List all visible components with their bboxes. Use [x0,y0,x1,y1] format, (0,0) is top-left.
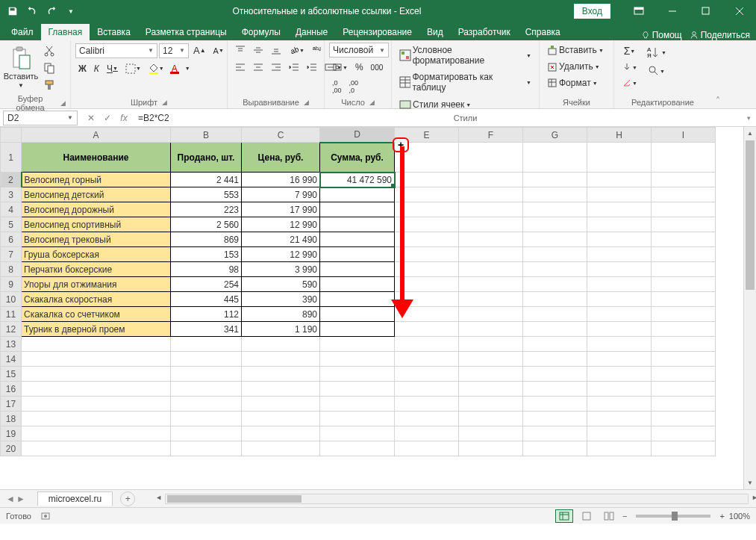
tab-view[interactable]: Вид [419,24,451,40]
launcher-icon[interactable]: ◢ [162,99,167,106]
cell-name[interactable]: Велосипед горный [22,173,171,187]
col-header-I[interactable]: I [652,128,716,143]
cell-qty[interactable]: 445 [171,292,242,307]
share-button[interactable]: Поделиться [690,30,750,40]
cell-qty[interactable]: 223 [171,202,242,217]
sheet-tab[interactable]: microexcel.ru [37,491,113,506]
close-icon[interactable] [722,0,756,22]
col-header-B[interactable]: B [171,128,242,143]
cell-sum[interactable] [320,232,395,247]
copy-icon[interactable] [40,60,58,76]
sort-filter-icon[interactable]: АЯ▼ [643,43,669,62]
sheet-prev-icon[interactable]: ◄ [6,494,15,504]
cell-price[interactable]: 16 990 [242,173,320,187]
tab-file[interactable]: Файл [4,24,41,40]
cell-price[interactable]: 590 [242,277,320,292]
tab-insert[interactable]: Вставка [90,24,138,40]
cell-name[interactable]: Велосипед детский [22,187,171,202]
delete-cells-button[interactable]: Удалить ▼ [544,59,603,74]
macro-record-icon[interactable] [40,511,51,521]
tab-data[interactable]: Данные [288,24,335,40]
zoom-level[interactable]: 100% [729,512,750,521]
col-header-G[interactable]: G [523,128,587,143]
cell-qty[interactable]: 341 [171,322,242,337]
tab-home[interactable]: Главная [41,24,90,40]
conditional-format-button[interactable]: Условное форматирование ▼ [396,43,534,68]
row-header-4[interactable]: 4 [1,202,22,217]
decrease-indent-icon[interactable] [286,60,302,75]
increase-indent-icon[interactable] [304,60,320,75]
row-header-12[interactable]: 12 [1,322,22,337]
cell-price[interactable]: 17 990 [242,202,320,217]
cell-price[interactable]: 7 990 [242,187,320,202]
row-header-15[interactable]: 15 [1,367,22,382]
row-header-1[interactable]: 1 [1,143,22,173]
border-icon[interactable]: ▼ [122,61,144,76]
collapse-ribbon-icon[interactable]: ˄ [711,40,725,108]
shrink-font-icon[interactable]: A▼ [210,44,227,58]
tab-developer[interactable]: Разработчик [451,24,518,40]
format-cells-button[interactable]: Формат ▼ [544,75,601,90]
accept-formula-icon[interactable]: ✓ [100,111,115,125]
cell-name[interactable]: Груша боксерская [22,247,171,262]
row-header-7[interactable]: 7 [1,247,22,262]
cell-name[interactable]: Упоры для отжимания [22,277,171,292]
bold-icon[interactable]: Ж [75,61,90,76]
row-header-3[interactable]: 3 [1,187,22,202]
cell-name[interactable]: Велосипед спортивный [22,217,171,232]
qat-customize-icon[interactable]: ▼ [62,2,80,20]
cell-price[interactable]: 21 490 [242,232,320,247]
add-sheet-icon[interactable]: + [120,491,135,506]
font-size-combo[interactable]: 12▼ [159,43,189,58]
cell-name[interactable]: Скакалка со счетчиком [22,307,171,322]
cell-sum[interactable] [320,292,395,307]
cell-qty[interactable]: 553 [171,187,242,202]
fill-icon[interactable]: ▼ [619,60,640,75]
tab-review[interactable]: Рецензирование [335,24,419,40]
align-left-icon[interactable] [232,60,249,75]
ribbon-display-icon[interactable] [622,0,655,22]
launcher-icon[interactable]: ◢ [369,99,375,106]
expand-formula-bar-icon[interactable]: ▾ [741,114,756,122]
italic-icon[interactable]: К [91,61,102,76]
formula-input[interactable]: =B2*C2 [134,113,741,123]
row-header-8[interactable]: 8 [1,262,22,277]
cell-sum[interactable] [320,322,395,337]
minimize-icon[interactable] [655,0,689,22]
select-all-corner[interactable] [1,128,22,143]
row-header-2[interactable]: 2 [1,173,22,187]
tab-help[interactable]: Справка [518,24,568,40]
cell-sum[interactable]: 41 472 590 [320,173,395,187]
cell-qty[interactable]: 254 [171,277,242,292]
align-middle-icon[interactable] [250,43,266,58]
font-color-icon[interactable]: A▼ [169,60,193,76]
cell-sum[interactable] [320,187,395,202]
cancel-formula-icon[interactable]: ✕ [84,111,99,125]
save-icon[interactable] [4,2,22,20]
percent-icon[interactable]: % [352,60,366,75]
cell-sum[interactable] [320,277,395,292]
col-header-D[interactable]: D [320,128,395,143]
row-header-9[interactable]: 9 [1,277,22,292]
format-painter-icon[interactable] [40,77,58,93]
row-header-6[interactable]: 6 [1,232,22,247]
decrease-decimal-icon[interactable]: ,00,0 [346,77,362,96]
cell-qty[interactable]: 98 [171,262,242,277]
cell-sum[interactable] [320,202,395,217]
align-center-icon[interactable] [250,60,266,75]
row-header-11[interactable]: 11 [1,307,22,322]
cell-name[interactable]: Турник в дверной проем [22,322,171,337]
sheet-next-icon[interactable]: ► [16,494,25,504]
increase-decimal-icon[interactable]: ,0,00 [329,77,345,96]
page-layout-view-icon[interactable] [578,509,596,523]
launcher-icon[interactable]: ◢ [60,99,66,107]
table-header[interactable]: Цена, руб. [242,143,320,173]
horizontal-scrollbar[interactable]: ◄ ► [165,494,749,504]
cell-qty[interactable]: 153 [171,247,242,262]
cell-name[interactable]: Велосипед дорожный [22,202,171,217]
worksheet-grid[interactable]: ABCDEFGHI1НаименованиеПродано, шт.Цена, … [0,127,756,489]
cell-qty[interactable]: 869 [171,232,242,247]
table-header[interactable]: Сумма, руб. [320,143,395,173]
row-header-20[interactable]: 20 [1,441,22,456]
row-header-16[interactable]: 16 [1,382,22,397]
